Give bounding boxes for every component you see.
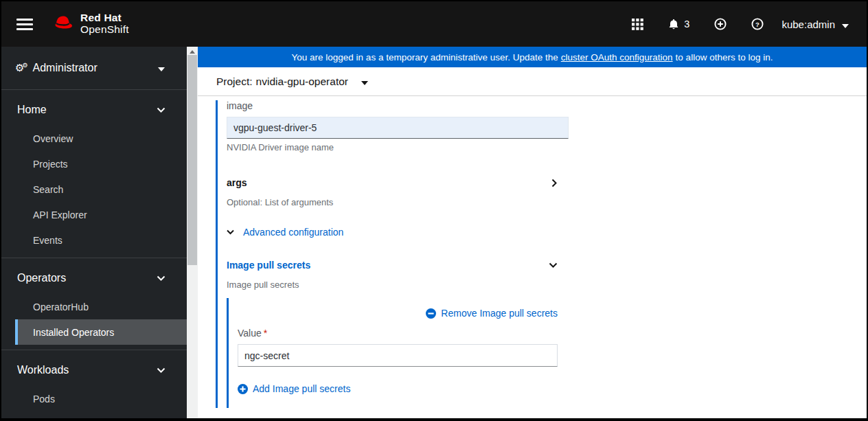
redhat-fedora-icon: [52, 14, 75, 34]
main-area: You are logged in as a temporary adminis…: [198, 47, 867, 420]
vertical-scrollbar[interactable]: [187, 47, 198, 420]
perspective-switcher[interactable]: ⚙⚙ Administrator: [1, 47, 187, 89]
project-label: Project:: [216, 76, 253, 88]
value-input[interactable]: [238, 344, 558, 367]
nav-section-operators: Operators OperatorHub Installed Operator…: [1, 258, 187, 345]
brand-logo[interactable]: Red Hat OpenShift: [52, 12, 129, 35]
banner-text-after: to allow others to log in.: [676, 52, 773, 62]
value-field-label: Value*: [238, 328, 558, 339]
add-image-pull-secrets-button[interactable]: Add Image pull secrets: [238, 383, 350, 394]
image-pull-secrets-help-text: Image pull secrets: [227, 280, 867, 290]
cogs-icon: ⚙⚙: [15, 62, 26, 74]
nav-toggle-hamburger-icon[interactable]: [16, 19, 33, 30]
caret-down-icon: [361, 76, 368, 88]
caret-down-icon: [158, 62, 165, 74]
sidebar-item-projects[interactable]: Projects: [1, 151, 187, 177]
sidebar-item-overview[interactable]: Overview: [1, 126, 187, 151]
value-label-text: Value: [238, 328, 262, 339]
brand-line1: Red Hat: [80, 12, 129, 24]
add-row: Add Image pull secrets: [238, 383, 558, 397]
args-expand-row[interactable]: args: [227, 177, 558, 188]
username: kube:admin: [781, 19, 835, 30]
operand-form-content: image NVIDIA Driver image name args Opti…: [198, 96, 867, 420]
image-field-label: image: [227, 100, 867, 111]
image-field-group: image NVIDIA Driver image name: [227, 100, 867, 152]
app-shell: ⚙⚙ Administrator Home Overview Projects …: [1, 47, 867, 420]
create-plus-circle-icon[interactable]: [714, 18, 727, 30]
nav-group-home-label: Home: [17, 104, 47, 116]
chevron-down-icon: [157, 275, 165, 282]
plus-circle-icon: [238, 384, 248, 394]
sidebar-item-search[interactable]: Search: [1, 177, 187, 202]
user-menu[interactable]: kube:admin: [781, 19, 849, 30]
project-bar: Project: nvidia-gpu-operator: [198, 67, 867, 96]
brand-line2: OpenShift: [80, 24, 129, 36]
project-value: nvidia-gpu-operator: [256, 76, 348, 88]
nav-section-home: Home Overview Projects Search API Explor…: [1, 90, 187, 253]
advanced-configuration-link: Advanced configuration: [243, 227, 343, 238]
nav-group-workloads[interactable]: Workloads: [1, 354, 187, 386]
minus-circle-icon: [426, 308, 436, 319]
chevron-down-icon: [227, 229, 234, 235]
banner-text-before: You are logged in as a temporary adminis…: [292, 52, 558, 62]
nav-group-home[interactable]: Home: [1, 94, 187, 126]
sidebar-item-pods[interactable]: Pods: [1, 386, 187, 411]
svg-text:?: ?: [756, 21, 760, 28]
chevron-right-icon: [551, 179, 558, 187]
advanced-configuration-toggle[interactable]: Advanced configuration: [227, 227, 867, 238]
sidebar-item-api-explorer[interactable]: API Explorer: [1, 202, 187, 227]
sidebar-item-installed-operators[interactable]: Installed Operators: [15, 319, 187, 345]
image-input[interactable]: [227, 117, 569, 139]
help-question-circle-icon[interactable]: ?: [751, 18, 764, 30]
app-launcher-grid-icon[interactable]: [632, 19, 643, 30]
nav-section-workloads: Workloads Pods: [1, 350, 187, 411]
login-banner: You are logged in as a temporary adminis…: [198, 47, 867, 67]
args-field-label: args: [227, 177, 247, 188]
caret-down-icon: [842, 19, 849, 30]
masthead-actions: 3 ?: [632, 18, 764, 30]
chevron-down-icon: [549, 262, 558, 269]
image-pull-secrets-entry: Remove Image pull secrets Value*: [227, 298, 558, 408]
masthead: Red Hat OpenShift 3: [1, 1, 867, 47]
brand-text: Red Hat OpenShift: [80, 12, 129, 35]
add-link-label: Add Image pull secrets: [253, 383, 350, 394]
sidebar-nav: ⚙⚙ Administrator Home Overview Projects …: [1, 47, 187, 420]
notification-count: 3: [684, 19, 689, 30]
nav-group-operators-label: Operators: [17, 272, 66, 284]
nav-group-operators[interactable]: Operators: [1, 262, 187, 294]
remove-image-pull-secrets-button[interactable]: Remove Image pull secrets: [426, 308, 558, 319]
image-help-text: NVIDIA Driver image name: [227, 142, 867, 152]
sidebar-item-events[interactable]: Events: [1, 227, 187, 253]
perspective-label: Administrator: [33, 62, 158, 74]
scrollbar-thumb[interactable]: [187, 55, 197, 265]
form-section: image NVIDIA Driver image name args Opti…: [216, 100, 867, 408]
chevron-down-icon: [157, 367, 165, 374]
sidebar-item-operatorhub[interactable]: OperatorHub: [1, 294, 187, 319]
image-pull-secrets-expand-row[interactable]: Image pull secrets: [227, 260, 558, 271]
image-pull-secrets-heading: Image pull secrets: [227, 260, 310, 271]
remove-row: Remove Image pull secrets: [238, 308, 558, 319]
project-dropdown[interactable]: Project: nvidia-gpu-operator: [216, 76, 368, 88]
chevron-down-icon: [157, 107, 165, 113]
notifications-bell-icon[interactable]: 3: [668, 19, 689, 30]
args-help-text: Optional: List of arguments: [227, 197, 867, 207]
cluster-oauth-configuration-link[interactable]: cluster OAuth configuration: [561, 52, 673, 62]
required-indicator: *: [264, 328, 267, 339]
nav-group-workloads-label: Workloads: [17, 364, 69, 376]
remove-link-label: Remove Image pull secrets: [441, 308, 558, 319]
